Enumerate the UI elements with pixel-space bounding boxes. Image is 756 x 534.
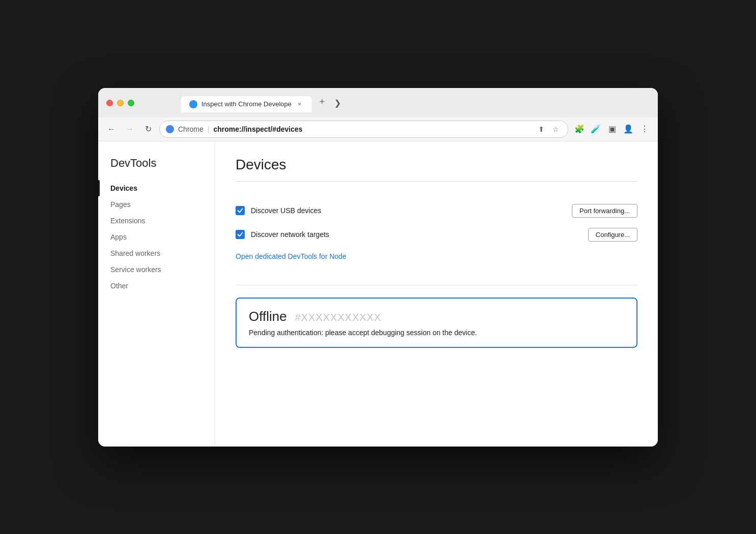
sidebar-item-other[interactable]: Other [98, 278, 215, 294]
usb-checkbox-label: Discover USB devices [251, 206, 322, 215]
sidebar-button[interactable]: ▣ [605, 122, 619, 136]
sidebar-item-shared-workers[interactable]: Shared workers [98, 245, 215, 261]
option-row-network: Discover network targets Configure... [236, 228, 637, 242]
node-devtools-link[interactable]: Open dedicated DevTools for Node [236, 252, 346, 260]
address-separator: | [208, 125, 210, 133]
back-button[interactable]: ← [104, 122, 119, 136]
device-id: #XXXXXXXXXXX [295, 312, 382, 323]
tabs-row: 🌐 Inspect with Chrome Develope × + ❯ [181, 94, 344, 112]
page-title: Devices [236, 157, 637, 182]
device-header: Offline #XXXXXXXXXXX [249, 309, 624, 324]
tab-overflow-button[interactable]: ❯ [330, 96, 344, 110]
address-actions: ⬆ ☆ [535, 123, 562, 135]
share-button[interactable]: ⬆ [535, 123, 547, 135]
close-button[interactable] [106, 100, 113, 106]
traffic-lights [106, 100, 134, 106]
sidebar-label-apps: Apps [110, 233, 127, 241]
sidebar-item-pages[interactable]: Pages [98, 196, 215, 213]
sidebar-label-service-workers: Service workers [110, 265, 161, 274]
labs-button[interactable]: 🧪 [589, 122, 603, 136]
sidebar-item-devices[interactable]: Devices [98, 180, 215, 196]
main-content: DevTools Devices Pages Extensions Apps S… [98, 141, 658, 447]
sidebar-item-extensions[interactable]: Extensions [98, 213, 215, 229]
minimize-button[interactable] [117, 100, 124, 106]
network-checkbox[interactable] [236, 230, 245, 239]
maximize-button[interactable] [128, 100, 134, 106]
title-bar-top: 🌐 Inspect with Chrome Develope × + ❯ [106, 94, 650, 112]
refresh-button[interactable]: ↻ [141, 122, 155, 136]
menu-button[interactable]: ⋮ [637, 122, 652, 136]
network-checkbox-wrapper: Discover network targets [236, 230, 588, 239]
sidebar-label-other: Other [110, 282, 128, 290]
page-content: Devices Discover USB devices Port forwar… [215, 141, 658, 447]
sidebar-item-apps[interactable]: Apps [98, 229, 215, 245]
sidebar: DevTools Devices Pages Extensions Apps S… [98, 141, 215, 447]
sidebar-item-service-workers[interactable]: Service workers [98, 261, 215, 278]
forward-button[interactable]: → [123, 122, 137, 136]
usb-checkbox[interactable] [236, 206, 245, 215]
browser-window: 🌐 Inspect with Chrome Develope × + ❯ ← →… [98, 88, 658, 447]
tab-favicon: 🌐 [189, 100, 197, 108]
sidebar-label-pages: Pages [110, 200, 131, 209]
sidebar-label-shared-workers: Shared workers [110, 249, 160, 257]
network-checkbox-label: Discover network targets [251, 230, 329, 239]
usb-checkbox-wrapper: Discover USB devices [236, 206, 572, 215]
chrome-icon [166, 125, 174, 133]
active-tab[interactable]: 🌐 Inspect with Chrome Develope × [181, 96, 312, 112]
tab-title: Inspect with Chrome Develope [201, 100, 292, 108]
profile-button[interactable]: 👤 [621, 122, 635, 136]
sidebar-label-extensions: Extensions [110, 217, 145, 225]
port-forwarding-button[interactable]: Port forwarding... [572, 204, 637, 218]
sidebar-label-devices: Devices [110, 184, 137, 192]
option-row-usb: Discover USB devices Port forwarding... [236, 204, 637, 218]
address-url: chrome://inspect/#devices [213, 125, 302, 133]
nav-bar: ← → ↻ Chrome | chrome://inspect/#devices… [98, 117, 658, 141]
tab-close-button[interactable]: × [296, 100, 304, 108]
address-protocol: Chrome [178, 125, 203, 133]
device-message: Pending authentication: please accept de… [249, 329, 624, 337]
device-status: Offline [249, 309, 287, 324]
section-divider [236, 285, 637, 285]
address-bar[interactable]: Chrome | chrome://inspect/#devices ⬆ ☆ [159, 121, 568, 138]
sidebar-title: DevTools [98, 157, 215, 180]
new-tab-button[interactable]: + [314, 94, 330, 110]
configure-button[interactable]: Configure... [588, 228, 637, 242]
toolbar-icons: 🧩 🧪 ▣ 👤 ⋮ [572, 122, 652, 136]
options-section: Discover USB devices Port forwarding... … [236, 194, 637, 281]
extensions-button[interactable]: 🧩 [572, 122, 587, 136]
device-card: Offline #XXXXXXXXXXX Pending authenticat… [236, 298, 637, 348]
bookmark-button[interactable]: ☆ [549, 123, 562, 135]
title-bar: 🌐 Inspect with Chrome Develope × + ❯ [98, 88, 658, 117]
